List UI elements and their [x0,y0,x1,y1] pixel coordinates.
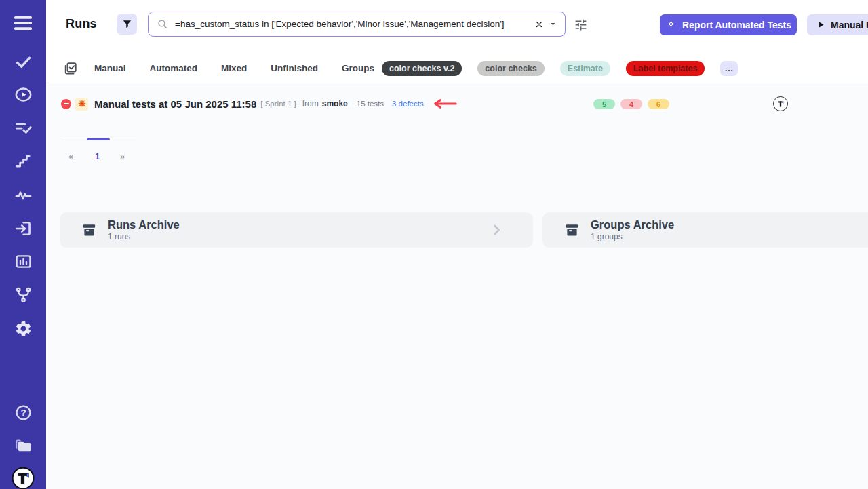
sign-in-icon[interactable] [0,218,46,239]
tab-mixed[interactable]: Mixed [221,63,247,73]
spark-icon [665,19,677,31]
menu-icon[interactable] [0,13,46,33]
pagination-page-1[interactable]: 1 [95,151,100,161]
search-dropdown-caret-icon[interactable] [547,19,558,30]
sliders-icon [574,18,588,32]
groups-archive-card[interactable]: Groups Archive 1 groups [542,212,868,248]
run-row[interactable]: Manual tests at 05 Jun 2025 11:58 [ Spri… [61,95,458,113]
check-icon[interactable] [0,52,46,72]
tab-automated[interactable]: Automated [150,63,198,73]
groups-archive-title: Groups Archive [591,218,868,231]
badge-failed: 4 [620,99,642,109]
search-query: =has_custom_status in ['Expected behavio… [175,19,532,29]
run-sprint-label: [ Sprint 1 ] [260,100,296,108]
archive-box-icon [81,222,97,238]
list-check-icon[interactable] [0,117,46,138]
tab-manual[interactable]: Manual [94,63,126,73]
run-from-label: from [302,99,319,109]
clear-search-icon[interactable] [532,18,546,31]
runs-archive-card[interactable]: Runs Archive 1 runs [60,212,533,248]
groups-archive-count: 1 groups [591,232,868,241]
steps-icon[interactable] [0,151,46,172]
run-status-badges: 5 4 6 [593,99,669,109]
archive-box-icon [564,222,580,238]
folder-icon[interactable] [0,435,46,456]
search-settings-button[interactable] [572,16,589,33]
search-input[interactable]: =has_custom_status in ['Expected behavio… [148,12,566,37]
misspelled-word: behavior [317,19,352,29]
content-area [46,83,868,489]
more-tags-button[interactable]: ... [720,61,738,76]
badge-passed: 5 [593,99,615,109]
tab-groups[interactable]: Groups [342,63,374,73]
label-filters: color checks v.2 color checks Estimate L… [382,61,738,76]
manual-button-label: Manual R [831,20,868,31]
tag-color-checks[interactable]: color checks [477,61,544,76]
play-icon [816,20,825,29]
annotation-arrow-icon [432,98,458,109]
tag-estimate[interactable]: Estimate [560,61,610,76]
badge-skipped: 6 [648,99,669,109]
run-defects-link[interactable]: 3 defects [392,100,424,108]
report-button-label: Report Automated Tests [682,20,791,31]
collision-emoji-icon [75,98,88,111]
pulse-icon[interactable] [0,184,46,205]
help-icon[interactable]: ? [0,402,46,423]
gear-icon[interactable] [0,318,46,338]
card-text: Groups Archive 1 groups [591,218,868,241]
select-all-icon[interactable] [63,61,78,76]
run-tests-count: 15 tests [357,100,384,108]
logo-icon[interactable] [0,468,46,488]
branch-icon[interactable] [0,284,46,305]
sidebar: ? [0,0,46,489]
search-icon [157,18,168,30]
chevron-right-icon[interactable] [490,223,503,237]
svg-text:?: ? [20,408,26,418]
card-text: Runs Archive 1 runs [108,218,490,241]
run-type-tabs: Manual Automated Mixed Unfinished Groups [94,63,374,73]
page-title: Runs [66,17,97,31]
manual-run-button[interactable]: Manual R [807,14,868,35]
runs-archive-count: 1 runs [108,232,490,241]
bar-chart-icon[interactable] [0,251,46,271]
tag-label-templates[interactable]: Label templates [626,61,705,76]
report-automated-tests-button[interactable]: Report Automated Tests [660,14,797,35]
run-avatar[interactable] [773,96,788,111]
run-source: smoke [322,99,348,109]
tag-color-checks-v2[interactable]: color checks v.2 [382,61,462,76]
runs-archive-title: Runs Archive [108,218,490,231]
filter-button[interactable] [117,14,137,35]
funnel-icon [121,18,133,30]
play-circle-icon[interactable] [0,84,46,104]
pagination-prev[interactable]: « [68,151,73,161]
runs-page: ? Runs =has_custom_status in ['Expected … [0,0,868,489]
run-title[interactable]: Manual tests at 05 Jun 2025 11:58 [94,98,256,110]
blocked-status-icon [61,99,71,109]
pagination-active-indicator [87,138,110,140]
tab-unfinished[interactable]: Unfinished [271,63,318,73]
pagination-next[interactable]: » [120,151,125,161]
